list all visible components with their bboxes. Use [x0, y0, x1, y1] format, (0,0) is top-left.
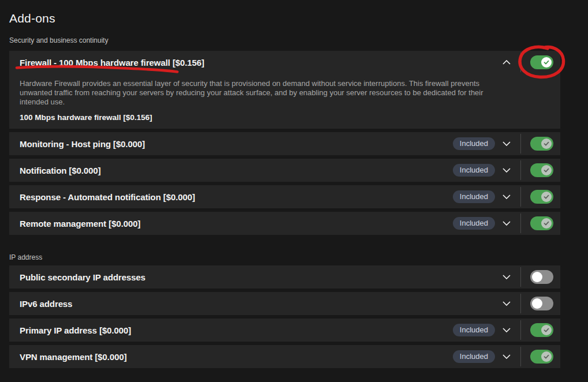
addon-toggle-ipv6[interactable]	[530, 297, 553, 310]
divider	[520, 134, 521, 153]
addon-title: Monitoring - Host ping [$0.000]	[20, 139, 145, 149]
toggle-check-icon	[541, 218, 552, 229]
chevron-down-icon[interactable]	[502, 194, 511, 199]
divider	[520, 53, 521, 72]
included-badge: Included	[453, 137, 495, 150]
divider	[520, 160, 521, 180]
toggle-check-icon	[541, 192, 552, 202]
toggle-check-icon	[541, 351, 552, 362]
toggle-knob	[532, 272, 542, 282]
addon-row-ipv6[interactable]: IPv6 address	[9, 292, 560, 315]
addon-toggle-vpn-management[interactable]	[530, 350, 553, 364]
section-label-security: Security and business continuity	[9, 36, 560, 44]
chevron-down-icon[interactable]	[502, 141, 511, 146]
chevron-up-icon[interactable]	[502, 60, 511, 65]
toggle-knob	[532, 298, 542, 309]
addon-card-firewall: Firewall - 100 Mbps hardware firewall [$…	[9, 51, 560, 129]
addon-title: Firewall - 100 Mbps hardware firewall [$…	[20, 58, 204, 68]
included-badge: Included	[453, 324, 495, 336]
addon-toggle-firewall[interactable]	[530, 55, 553, 69]
addon-row-monitoring[interactable]: Monitoring - Host ping [$0.000] Included	[9, 132, 560, 155]
divider	[520, 187, 521, 207]
addon-row-public-secondary-ip[interactable]: Public secondary IP addresses	[9, 265, 560, 289]
addon-toggle-public-secondary-ip[interactable]	[530, 270, 553, 284]
addon-row-response[interactable]: Response - Automated notification [$0.00…	[9, 185, 560, 208]
addon-row-primary-ip[interactable]: Primary IP address [$0.000] Included	[9, 319, 560, 342]
addon-title: Notification [$0.000]	[20, 166, 101, 175]
divider	[520, 294, 521, 313]
divider	[520, 347, 521, 366]
addon-toggle-notification[interactable]	[530, 163, 553, 177]
addon-toggle-remote-management[interactable]	[530, 216, 553, 230]
addon-toggle-primary-ip[interactable]	[530, 323, 553, 337]
included-badge: Included	[453, 350, 495, 363]
included-badge: Included	[453, 217, 495, 230]
divider	[520, 320, 521, 340]
chevron-down-icon[interactable]	[502, 354, 511, 359]
toggle-check-icon	[541, 325, 552, 335]
included-badge: Included	[453, 164, 495, 177]
addons-panel: Add-ons Security and business continuity…	[9, 12, 560, 368]
chevron-down-icon[interactable]	[502, 275, 511, 279]
addon-title: Primary IP address [$0.000]	[20, 325, 131, 335]
addon-description: Hardware Firewall provides an essential …	[20, 79, 496, 107]
addon-title: Public secondary IP addresses	[20, 272, 146, 282]
addon-title: IPv6 address	[20, 299, 72, 309]
toggle-check-icon	[541, 138, 552, 149]
addon-title: Remote management [$0.000]	[20, 219, 140, 229]
toggle-check-icon	[541, 57, 552, 68]
addon-toggle-monitoring[interactable]	[530, 137, 553, 151]
addon-title: Response - Automated notification [$0.00…	[20, 192, 195, 202]
chevron-down-icon[interactable]	[502, 301, 511, 306]
divider	[520, 214, 521, 233]
chevron-down-icon[interactable]	[502, 221, 511, 226]
page-title: Add-ons	[9, 12, 560, 25]
chevron-down-icon[interactable]	[502, 328, 511, 332]
toggle-check-icon	[541, 165, 552, 175]
divider	[520, 267, 521, 287]
included-badge: Included	[453, 190, 495, 203]
section-label-ip-address: IP address	[9, 253, 560, 261]
addon-toggle-response[interactable]	[530, 190, 553, 204]
addon-row-firewall[interactable]: Firewall - 100 Mbps hardware firewall [$…	[20, 51, 553, 74]
addon-title: VPN management [$0.000]	[20, 352, 126, 362]
addon-row-notification[interactable]: Notification [$0.000] Included	[9, 159, 560, 182]
addon-row-vpn-management[interactable]: VPN management [$0.000] Included	[9, 345, 560, 368]
addon-row-remote-management[interactable]: Remote management [$0.000] Included	[9, 212, 560, 235]
chevron-down-icon[interactable]	[502, 168, 511, 173]
addon-selected-option: 100 Mbps hardware firewall [$0.156]	[20, 113, 553, 122]
